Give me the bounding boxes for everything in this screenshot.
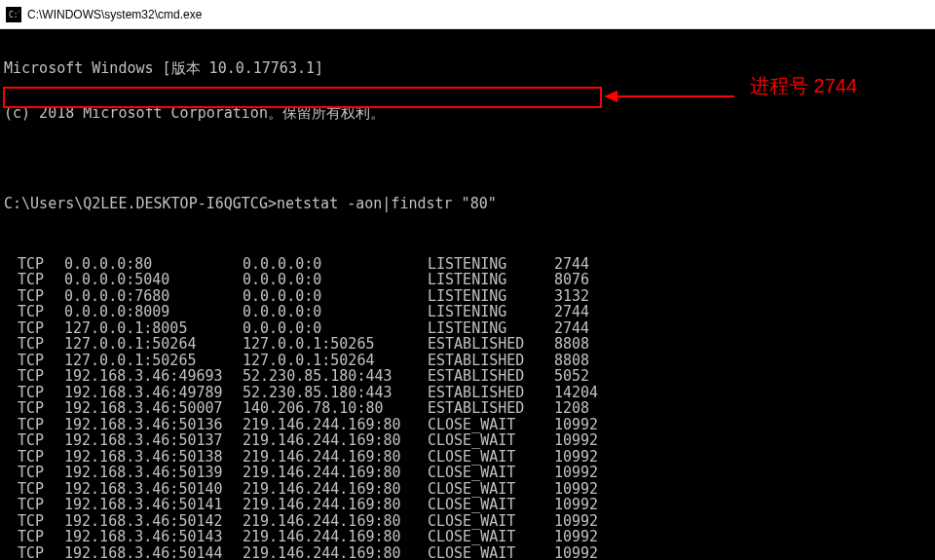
- netstat-row: TCP0.0.0.0:50400.0.0.0:0LISTENING8076: [4, 273, 931, 289]
- netstat-state: LISTENING: [428, 289, 554, 304]
- netstat-local: 192.168.3.46:50143: [64, 530, 243, 544]
- netstat-foreign: 0.0.0.0:0: [243, 273, 428, 287]
- netstat-row: TCP192.168.3.46:50142219.146.244.169:80C…: [4, 513, 931, 530]
- cmd-icon: C:\: [6, 7, 21, 22]
- netstat-row: TCP192.168.3.46:50138219.146.244.169:80C…: [4, 449, 931, 466]
- netstat-state: ESTABLISHED: [428, 386, 554, 400]
- netstat-local: 192.168.3.46:50141: [64, 498, 243, 512]
- netstat-local: 127.0.0.1:50264: [64, 337, 243, 352]
- netstat-pid: 8808: [554, 354, 632, 368]
- netstat-foreign: 219.146.244.169:80: [243, 482, 428, 497]
- arrow-line: [617, 95, 734, 97]
- netstat-proto: TCP: [4, 466, 64, 480]
- netstat-state: ESTABLISHED: [428, 369, 554, 384]
- arrow-head: [604, 91, 617, 102]
- netstat-proto: TCP: [4, 498, 64, 512]
- netstat-local: 127.0.0.1:50265: [64, 354, 243, 368]
- netstat-state: LISTENING: [428, 305, 554, 319]
- netstat-local: 192.168.3.46:50139: [64, 466, 243, 480]
- netstat-local: 192.168.3.46:49789: [64, 386, 243, 400]
- netstat-row: TCP192.168.3.46:50007140.206.78.10:80EST…: [4, 401, 931, 418]
- netstat-state: CLOSE_WAIT: [428, 466, 554, 480]
- netstat-foreign: 219.146.244.169:80: [243, 418, 428, 432]
- netstat-pid: 3132: [554, 289, 632, 304]
- netstat-local: 192.168.3.46:50142: [64, 514, 243, 529]
- netstat-pid: 10992: [554, 482, 632, 497]
- netstat-state: CLOSE_WAIT: [428, 433, 554, 448]
- netstat-row: TCP127.0.0.1:50264127.0.0.1:50265ESTABLI…: [4, 337, 931, 354]
- netstat-foreign: 52.230.85.180:443: [243, 369, 428, 384]
- netstat-pid: 10992: [554, 466, 632, 480]
- netstat-local: 192.168.3.46:50137: [64, 433, 243, 448]
- netstat-row: TCP192.168.3.46:50143219.146.244.169:80C…: [4, 530, 931, 546]
- netstat-proto: TCP: [4, 546, 64, 560]
- netstat-pid: 8076: [554, 273, 632, 287]
- netstat-local: 0.0.0.0:80: [64, 257, 243, 272]
- netstat-state: CLOSE_WAIT: [428, 498, 554, 512]
- console-output[interactable]: Microsoft Windows [版本 10.0.17763.1] (c) …: [0, 29, 935, 560]
- netstat-proto: TCP: [4, 482, 64, 497]
- netstat-foreign: 219.146.244.169:80: [243, 433, 428, 448]
- netstat-local: 0.0.0.0:5040: [64, 273, 243, 287]
- netstat-pid: 10992: [554, 418, 632, 432]
- netstat-row: TCP192.168.3.46:4978952.230.85.180:443ES…: [4, 385, 931, 401]
- netstat-foreign: 0.0.0.0:0: [243, 289, 428, 304]
- netstat-row: TCP192.168.3.46:50144219.146.244.169:80C…: [4, 545, 931, 560]
- netstat-local: 0.0.0.0:8009: [64, 305, 243, 319]
- netstat-foreign: 127.0.0.1:50265: [243, 337, 428, 352]
- netstat-proto: TCP: [4, 337, 64, 352]
- netstat-row: TCP192.168.3.46:50139219.146.244.169:80C…: [4, 466, 931, 482]
- netstat-foreign: 219.146.244.169:80: [243, 498, 428, 512]
- window-title: C:\WINDOWS\system32\cmd.exe: [27, 8, 202, 21]
- netstat-proto: TCP: [4, 418, 64, 432]
- netstat-state: ESTABLISHED: [428, 401, 554, 416]
- netstat-row: TCP192.168.3.46:4969352.230.85.180:443ES…: [4, 369, 931, 386]
- netstat-row: TCP127.0.0.1:50265127.0.0.1:50264ESTABLI…: [4, 353, 931, 369]
- netstat-pid: 10992: [554, 514, 632, 529]
- netstat-proto: TCP: [4, 305, 64, 319]
- netstat-proto: TCP: [4, 273, 64, 287]
- netstat-local: 192.168.3.46:50144: [64, 546, 243, 560]
- netstat-local: 192.168.3.46:49693: [64, 369, 243, 384]
- netstat-proto: TCP: [4, 450, 64, 465]
- netstat-pid: 2744: [554, 305, 632, 319]
- netstat-proto: TCP: [4, 354, 64, 368]
- netstat-pid: 2744: [554, 321, 632, 336]
- netstat-state: CLOSE_WAIT: [428, 482, 554, 497]
- netstat-local: 127.0.0.1:8005: [64, 321, 243, 336]
- netstat-pid: 1208: [554, 401, 632, 416]
- netstat-local: 0.0.0.0:7680: [64, 289, 243, 304]
- netstat-row: TCP192.168.3.46:50141219.146.244.169:80C…: [4, 498, 931, 514]
- svg-text:C:\: C:\: [9, 11, 19, 19]
- netstat-state: ESTABLISHED: [428, 337, 554, 352]
- netstat-local: 192.168.3.46:50140: [64, 482, 243, 497]
- netstat-row: TCP192.168.3.46:50137219.146.244.169:80C…: [4, 433, 931, 450]
- netstat-pid: 10992: [554, 498, 632, 512]
- netstat-row: TCP192.168.3.46:50136219.146.244.169:80C…: [4, 417, 931, 433]
- netstat-row: TCP0.0.0.0:800.0.0.0:0LISTENING2744: [4, 256, 931, 273]
- netstat-foreign: 219.146.244.169:80: [243, 546, 428, 560]
- console-prompt-line: C:\Users\Q2LEE.DESKTOP-I6QGTCG>netstat -…: [4, 197, 931, 213]
- netstat-state: LISTENING: [428, 273, 554, 287]
- netstat-pid: 10992: [554, 450, 632, 465]
- netstat-proto: TCP: [4, 386, 64, 400]
- netstat-state: LISTENING: [428, 257, 554, 272]
- netstat-foreign: 219.146.244.169:80: [243, 530, 428, 544]
- netstat-state: CLOSE_WAIT: [428, 450, 554, 465]
- netstat-foreign: 52.230.85.180:443: [243, 386, 428, 400]
- netstat-row: TCP192.168.3.46:50140219.146.244.169:80C…: [4, 481, 931, 498]
- console-header-line: (c) 2018 Microsoft Corporation。保留所有权利。: [4, 106, 931, 123]
- netstat-state: CLOSE_WAIT: [428, 418, 554, 432]
- netstat-pid: 2744: [554, 257, 632, 272]
- netstat-state: LISTENING: [428, 321, 554, 336]
- netstat-row: TCP127.0.0.1:80050.0.0.0:0LISTENING2744: [4, 320, 931, 337]
- netstat-state: CLOSE_WAIT: [428, 530, 554, 544]
- netstat-pid: 10992: [554, 433, 632, 448]
- netstat-proto: TCP: [4, 401, 64, 416]
- netstat-pid: 14204: [554, 386, 632, 400]
- netstat-proto: TCP: [4, 289, 64, 304]
- netstat-proto: TCP: [4, 530, 64, 544]
- netstat-local: 192.168.3.46:50007: [64, 401, 243, 416]
- netstat-proto: TCP: [4, 369, 64, 384]
- window-titlebar[interactable]: C:\ C:\WINDOWS\system32\cmd.exe: [0, 0, 935, 29]
